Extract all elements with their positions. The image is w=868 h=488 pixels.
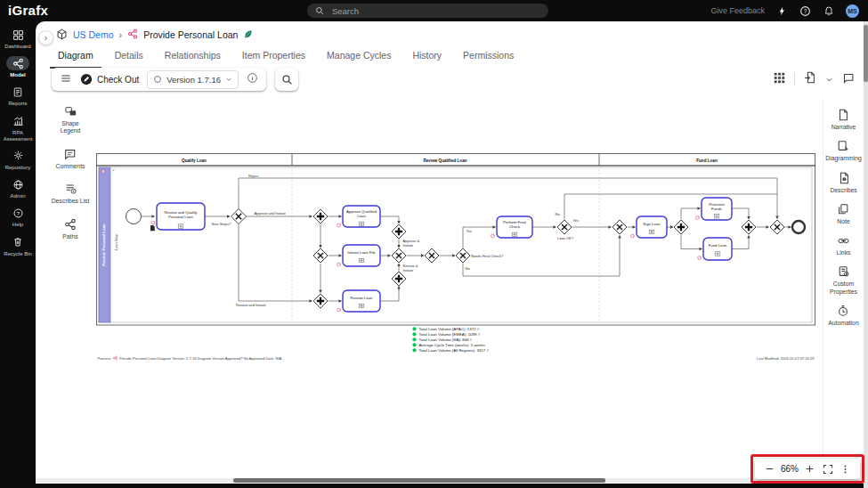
- model-network-icon: [6, 56, 29, 70]
- collapse-panel-button[interactable]: ›: [38, 30, 53, 45]
- help-icon[interactable]: ?: [799, 5, 811, 17]
- chevron-down-icon[interactable]: [825, 71, 833, 87]
- tab-diagram[interactable]: Diagram: [50, 45, 101, 69]
- links-button[interactable]: Links: [837, 235, 851, 256]
- notifications-bell-icon[interactable]: [823, 5, 834, 17]
- vertical-scrollbar-thumb[interactable]: [864, 25, 868, 82]
- lane-label: Provide Personal Loan: [101, 224, 106, 266]
- describes-list-button[interactable]: Describes List: [52, 183, 90, 205]
- gateway-needs-final-check[interactable]: [456, 248, 470, 263]
- tab-relationships[interactable]: Relationships: [157, 45, 229, 69]
- check-out-button[interactable]: Check Out: [80, 73, 139, 85]
- diagram-canvas[interactable]: Qualify Loan Review Qualified Loan Fund …: [96, 153, 815, 362]
- sidebar-item-admin[interactable]: Admin: [0, 177, 36, 199]
- sidebar-item-recycle-bin[interactable]: Recycle Bin: [0, 235, 36, 257]
- gateway-parallel-split-fund[interactable]: [674, 220, 688, 234]
- task-approve-qualified-loan[interactable]: Approve Qualified Loan: [337, 206, 380, 227]
- snap-marker-icon: *: [112, 168, 115, 175]
- describes-button[interactable]: Describes: [830, 172, 856, 194]
- rpa-chart-icon: [6, 114, 29, 128]
- export-document-icon[interactable]: [804, 71, 816, 87]
- sidebar-item-repository[interactable]: Repository: [0, 149, 36, 171]
- fit-to-screen-button[interactable]: [822, 463, 834, 476]
- gateway-merge-exclusive[interactable]: [425, 248, 439, 263]
- sidebar-item-rpa-assessment[interactable]: RPA Assessment: [0, 114, 36, 142]
- horizontal-scrollbar-thumb[interactable]: [233, 478, 605, 483]
- start-event[interactable]: [126, 209, 142, 224]
- note-button[interactable]: Note: [837, 203, 849, 225]
- svg-text:Perform Final: Perform Final: [503, 220, 526, 224]
- sidebar-item-model[interactable]: Model: [0, 56, 36, 78]
- task-initiate-loan-file[interactable]: Initiate Loan File: [337, 245, 380, 266]
- svg-text:Provision: Provision: [709, 202, 725, 207]
- lightning-icon[interactable]: [776, 5, 788, 17]
- breadcrumb: US Demo › Provide Personal Loan: [56, 27, 253, 43]
- check-out-pencil-icon: [80, 73, 93, 85]
- diagram-footer: Process: Provide Personal Loan Diagram V…: [98, 356, 815, 361]
- gateway-exclusive-middle[interactable]: [392, 248, 406, 263]
- zoom-out-button[interactable]: [763, 463, 775, 476]
- gateway-final-merge[interactable]: [770, 220, 784, 234]
- zoom-in-button[interactable]: [804, 463, 816, 476]
- horizontal-scrollbar[interactable]: [36, 478, 864, 483]
- gateway-parallel-merge-fund[interactable]: [742, 220, 756, 234]
- tab-manage-cycles[interactable]: Manage Cycles: [319, 45, 399, 69]
- gateway-parallel-merge-top[interactable]: [392, 224, 406, 239]
- shape-legend-button[interactable]: Shape Legend: [51, 105, 90, 135]
- user-avatar[interactable]: MS: [846, 4, 859, 18]
- menu-hamburger-icon[interactable]: [60, 71, 72, 87]
- gateway-parallel-1[interactable]: [313, 209, 328, 224]
- task-perform-final-check[interactable]: Perform Final Check: [491, 216, 532, 238]
- tab-history[interactable]: History: [404, 45, 450, 69]
- tab-details[interactable]: Details: [107, 45, 151, 69]
- paths-icon: [64, 218, 77, 231]
- more-options-kebab-icon[interactable]: [840, 463, 852, 476]
- info-icon[interactable]: [247, 71, 258, 87]
- task-review-loan[interactable]: Review Loan: [337, 290, 380, 312]
- trash-icon: [6, 235, 29, 249]
- paths-button[interactable]: Paths: [62, 218, 77, 240]
- search-input[interactable]: [330, 5, 541, 17]
- describes-list-icon: [64, 183, 77, 195]
- automation-button[interactable]: Automation: [828, 305, 858, 327]
- phase-fund-loan: Fund Loan: [696, 159, 718, 163]
- gateway-next-steps[interactable]: [231, 209, 247, 224]
- global-search[interactable]: [307, 4, 548, 18]
- diagram-search-button[interactable]: [275, 68, 298, 91]
- sidebar-item-reports[interactable]: Reports: [0, 85, 36, 107]
- sequence-flows: [142, 178, 791, 301]
- footer-last-modified: Last Modified: 2024-05-07 07:26:29: [757, 356, 815, 361]
- tab-item-properties[interactable]: Item Properties: [234, 45, 313, 69]
- gateway-loan-ok[interactable]: [557, 220, 572, 234]
- task-review-and-qualify-personal-loan[interactable]: Review and Qualify Personal Loan: [150, 203, 205, 231]
- legend-emea: Total Loan Volume (EMEA): 1099 #: [419, 332, 481, 337]
- diagramming-button[interactable]: Diagramming: [825, 140, 861, 162]
- phase-review-qualified-loan: Review Qualified Loan: [423, 159, 466, 163]
- process-mini-icon: [113, 356, 118, 360]
- breadcrumb-root-link[interactable]: US Demo: [73, 29, 114, 40]
- task-fund-loan[interactable]: Fund Loan: [698, 238, 732, 260]
- custom-properties-icon: [838, 265, 850, 278]
- narrative-button[interactable]: Narrative: [831, 109, 856, 131]
- vertical-scrollbar[interactable]: [864, 21, 868, 488]
- grid-view-icon[interactable]: [774, 71, 785, 87]
- sidebar-item-dashboard[interactable]: Dashboard: [0, 28, 36, 50]
- task-sign-loan[interactable]: Sign Loan: [631, 216, 667, 238]
- end-event[interactable]: [792, 221, 805, 233]
- version-dropdown[interactable]: Version 1.7.16: [147, 70, 239, 89]
- label-approve-and-initiate: Approve and Initiate: [255, 211, 287, 216]
- dashboard-icon: [6, 28, 29, 42]
- comments-button[interactable]: Comments: [56, 148, 85, 170]
- label-yes-upper: Yes: [466, 229, 473, 233]
- gateway-merge-before-sign[interactable]: [612, 220, 627, 234]
- diagram-toolbar: Check Out Version 1.7.16: [52, 68, 298, 91]
- tab-permissions[interactable]: Permissions: [455, 45, 522, 69]
- task-provision-funds[interactable]: Provision Funds: [696, 198, 732, 220]
- comment-icon[interactable]: [842, 71, 855, 87]
- give-feedback-link[interactable]: Give Feedback: [710, 6, 765, 15]
- custom-properties-button[interactable]: Custom Properties: [824, 265, 864, 296]
- gateway-parallel-merge-bottom[interactable]: [392, 272, 406, 286]
- sidebar-item-help[interactable]: ? Help: [0, 206, 36, 228]
- gateway-parallel-2[interactable]: [313, 294, 328, 308]
- gateway-exclusive-1[interactable]: [313, 248, 328, 263]
